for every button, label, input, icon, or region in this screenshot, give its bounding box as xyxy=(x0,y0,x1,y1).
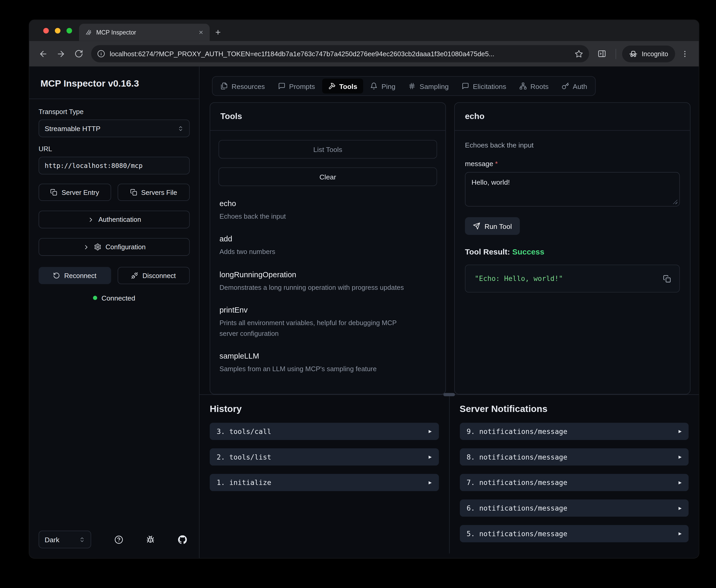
back-icon[interactable] xyxy=(35,46,51,61)
tab-sampling[interactable]: Sampling xyxy=(403,79,455,93)
tool-result-box: "Echo: Hello, world!" xyxy=(465,265,680,293)
toolbar-divider xyxy=(615,49,616,59)
notification-row-label: 6. notifications/message xyxy=(467,504,567,512)
expand-icon[interactable]: ▶ xyxy=(679,454,682,460)
transport-type-label: Transport Type xyxy=(39,108,190,115)
app-title: MCP Inspector v0.16.3 xyxy=(41,78,188,89)
param-name: message xyxy=(465,160,493,167)
connection-status: Connected xyxy=(39,294,190,302)
tab-elicitations[interactable]: Elicitations xyxy=(456,79,512,93)
tab-auth[interactable]: Auth xyxy=(556,79,593,93)
incognito-icon xyxy=(629,49,637,58)
minimize-window-button[interactable] xyxy=(55,28,60,34)
notification-row[interactable]: 9. notifications/message ▶ xyxy=(460,423,689,440)
history-title: History xyxy=(210,404,439,414)
notification-row[interactable]: 6. notifications/message ▶ xyxy=(460,500,689,517)
url-input[interactable] xyxy=(39,157,190,174)
list-tools-button[interactable]: List Tools xyxy=(219,140,437,159)
tab-label: Auth xyxy=(573,82,587,90)
tab-ping[interactable]: Ping xyxy=(364,79,402,93)
bell-icon xyxy=(370,82,377,90)
message-textarea[interactable]: Hello, world! xyxy=(465,172,680,207)
tool-list-item[interactable]: sampleLLM Samples from an LLM using MCP'… xyxy=(219,352,437,374)
tool-list-item[interactable]: printEnv Prints all environment variable… xyxy=(219,306,437,339)
tab-prompts[interactable]: Prompts xyxy=(272,79,321,93)
disconnect-button[interactable]: Disconnect xyxy=(117,267,190,284)
menu-icon[interactable] xyxy=(677,46,693,61)
close-window-button[interactable] xyxy=(43,28,49,34)
run-tool-button[interactable]: Run Tool xyxy=(465,217,520,235)
authentication-button[interactable]: Authentication xyxy=(39,211,190,228)
github-icon[interactable] xyxy=(178,535,187,544)
address-bar[interactable]: localhost:6274/?MCP_PROXY_AUTH_TOKEN=ec1… xyxy=(91,45,589,62)
copy-icon xyxy=(130,189,137,196)
expand-icon[interactable]: ▶ xyxy=(679,480,682,485)
splitter-handle[interactable] xyxy=(443,393,455,396)
tab-label: Prompts xyxy=(289,82,315,90)
stage: MCP Inspector × + localhost:6274/?MCP_PR… xyxy=(0,0,716,588)
bottom-panels: History 3. tools/call ▶ 2. tools/list ▶ … xyxy=(199,395,699,553)
theme-select[interactable]: Dark xyxy=(39,531,91,548)
expand-icon[interactable]: ▶ xyxy=(429,454,432,460)
run-tool-label: Run Tool xyxy=(484,222,512,230)
history-row[interactable]: 3. tools/call ▶ xyxy=(210,423,439,440)
site-info-icon[interactable] xyxy=(97,50,105,58)
bookmark-star-icon[interactable] xyxy=(575,49,583,58)
tool-name: sampleLLM xyxy=(219,352,436,361)
notification-row[interactable]: 8. notifications/message ▶ xyxy=(460,448,689,466)
url-label: URL xyxy=(39,145,190,152)
expand-icon[interactable]: ▶ xyxy=(679,531,682,537)
notification-row[interactable]: 7. notifications/message ▶ xyxy=(460,474,689,491)
main-area: Resources Prompts Tools Ping xyxy=(199,66,699,558)
tool-name: printEnv xyxy=(219,306,436,315)
selected-tool-panel: echo Echoes back the input message* Hell… xyxy=(454,102,690,395)
param-label: message* xyxy=(465,160,680,167)
tab-close-icon[interactable]: × xyxy=(197,28,205,37)
bug-icon[interactable] xyxy=(146,535,155,544)
tools-panel: Tools List Tools Clear echo Echoes back … xyxy=(210,102,446,395)
servers-file-button[interactable]: Servers File xyxy=(117,184,190,201)
selected-tool-title: echo xyxy=(455,103,690,131)
tool-list-item[interactable]: echo Echoes back the input xyxy=(219,199,437,222)
sidebar-body: Transport Type Streamable HTTP URL xyxy=(29,99,199,302)
copy-result-button[interactable] xyxy=(661,273,673,284)
reload-icon[interactable] xyxy=(71,46,86,61)
reconnect-label: Reconnect xyxy=(64,272,96,279)
send-icon xyxy=(473,222,480,230)
history-row[interactable]: 2. tools/list ▶ xyxy=(210,448,439,466)
history-row[interactable]: 1. initialize ▶ xyxy=(210,474,439,491)
incognito-label: Incognito xyxy=(642,50,668,57)
notification-row[interactable]: 5. notifications/message ▶ xyxy=(460,525,689,542)
content-row: Tools List Tools Clear echo Echoes back … xyxy=(199,102,699,395)
sidebar-footer: Dark xyxy=(29,531,199,558)
chevron-right-icon xyxy=(87,216,94,223)
server-entry-button[interactable]: Server Entry xyxy=(39,184,111,201)
new-tab-button[interactable]: + xyxy=(215,27,221,37)
tool-list-item[interactable]: longRunningOperation Demonstrates a long… xyxy=(219,270,437,293)
forward-icon[interactable] xyxy=(53,46,69,61)
tool-description: Demonstrates a long running operation wi… xyxy=(219,282,410,293)
clear-button[interactable]: Clear xyxy=(219,167,437,186)
tool-result-label: Tool Result: Success xyxy=(465,248,680,257)
tab-resources[interactable]: Resources xyxy=(214,79,271,93)
notifications-title: Server Notifications xyxy=(460,404,689,414)
expand-icon[interactable]: ▶ xyxy=(429,428,432,435)
tab-tools[interactable]: Tools xyxy=(322,79,363,93)
notification-row-label: 5. notifications/message xyxy=(467,529,567,538)
notification-row-label: 7. notifications/message xyxy=(467,478,567,487)
maximize-window-button[interactable] xyxy=(66,28,72,34)
configuration-button[interactable]: Configuration xyxy=(39,238,190,256)
reconnect-button[interactable]: Reconnect xyxy=(39,267,111,284)
expand-icon[interactable]: ▶ xyxy=(679,505,682,511)
side-panel-icon[interactable] xyxy=(594,46,610,61)
expand-icon[interactable]: ▶ xyxy=(429,480,432,485)
tool-description: Prints all environment variables, helpfu… xyxy=(219,318,410,339)
mcp-favicon-icon xyxy=(85,29,92,36)
tool-list-item[interactable]: add Adds two numbers xyxy=(219,235,437,257)
tab-roots[interactable]: Roots xyxy=(513,79,555,93)
transport-select[interactable]: Streamable HTTP xyxy=(39,120,190,137)
help-icon[interactable] xyxy=(114,535,123,544)
tool-description: Echoes back the input xyxy=(219,211,410,222)
expand-icon[interactable]: ▶ xyxy=(679,428,682,435)
browser-tab[interactable]: MCP Inspector × xyxy=(79,24,210,41)
